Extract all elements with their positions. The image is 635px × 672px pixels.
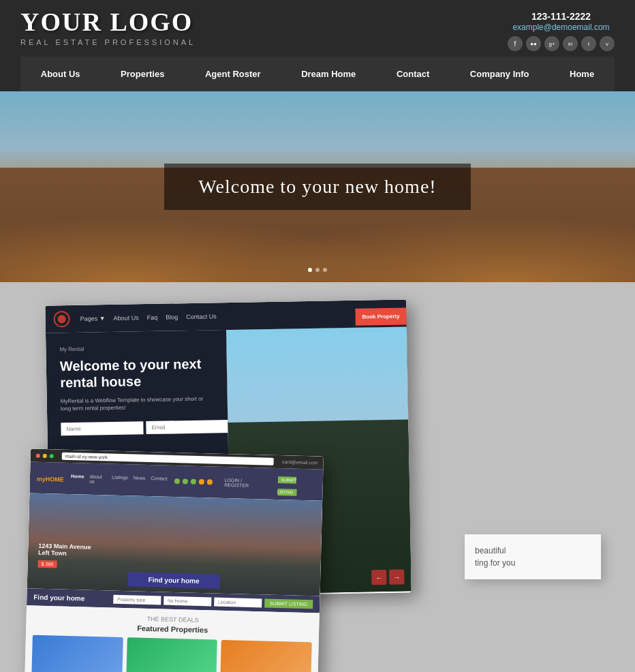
text-overlay-line1: beautiful (475, 545, 591, 557)
card1-nav-links: Pages ▼ About Us Faq Blog Contact Us (80, 313, 217, 322)
card2-no-home-input[interactable] (164, 596, 211, 607)
card1-nav-blog[interactable]: Blog (166, 314, 178, 320)
card2-city: Left Town (38, 549, 91, 558)
card2-submit-listing-top: SUBMIT LISTING (277, 472, 316, 497)
card1-arrows: ← → (371, 570, 404, 585)
nav-contact[interactable]: Contact (386, 57, 439, 91)
card2-nav-contact[interactable]: Contact (151, 476, 167, 486)
card2-body: THE BEST DEALS Featured Properties (25, 605, 320, 672)
card2-search-inputs: SUBMIT LISTING (113, 595, 313, 609)
close-button-dot[interactable] (36, 453, 40, 457)
card1-brand-logo (53, 311, 69, 327)
card1-nav-contact[interactable]: Contact Us (186, 313, 217, 320)
card2-nav-home[interactable]: Home (71, 474, 84, 484)
card2-hero-text: 1243 Main Avenue Left Town $ 289 (37, 543, 91, 570)
contact-area: 123-111-2222 example@demoemail.com f ●● … (508, 7, 615, 51)
card1-next-arrow[interactable]: → (389, 570, 404, 585)
card1-brand-tag: My Rental (59, 343, 213, 352)
card1-prev-arrow[interactable]: ← (371, 570, 386, 585)
phone-number: 123-111-2222 (531, 11, 591, 22)
card1-heading: Welcome to your next rental house (60, 355, 214, 391)
book-property-button[interactable]: Book Property (355, 307, 407, 325)
card1-signup-form: Join! (61, 421, 214, 436)
card1-logo-inner (58, 315, 66, 323)
card2-find-label: Find your home (33, 594, 84, 602)
card2-property-cards (31, 635, 311, 672)
main-nav: About Us Properties Agent Roster Dream H… (20, 57, 615, 91)
nav-properties[interactable]: Properties (110, 57, 174, 91)
minimize-button-dot[interactable] (43, 453, 47, 457)
card2-nav-news[interactable]: News (134, 475, 146, 485)
dot-1[interactable] (308, 268, 312, 272)
logo-area: YOUR LOGO REAL ESTATE PROFESSIONAL (20, 7, 196, 46)
card1-name-input[interactable] (61, 422, 143, 436)
hero-title: Welcome to your new home! (198, 176, 436, 198)
maximize-button-dot[interactable] (50, 454, 54, 458)
text-overlay-line2: ting for you (475, 557, 591, 569)
nav-agent-roster[interactable]: Agent Roster (195, 57, 271, 91)
logo-text: YOUR LOGO (20, 7, 196, 37)
dot-3[interactable] (323, 268, 327, 272)
twitter-icon[interactable]: t (581, 36, 596, 51)
dot-2[interactable] (315, 268, 320, 272)
card2-property-1[interactable] (31, 635, 123, 672)
card2-email-bar: card@email.com (282, 459, 318, 465)
nav-about-us[interactable]: About Us (31, 57, 91, 91)
nav-dream-home[interactable]: Dream Home (291, 57, 366, 91)
card2-property-2[interactable] (126, 637, 217, 672)
hero-section: Welcome to your new home! (0, 91, 635, 282)
email-address: example@demoemail.com (508, 22, 615, 32)
card1-nav-faq[interactable]: Faq (146, 314, 157, 321)
card1-email-input[interactable] (146, 420, 228, 434)
card2-hero: 1243 Main Avenue Left Town $ 289 Find yo… (27, 493, 323, 596)
card2-nav-listings[interactable]: Listings (112, 475, 128, 485)
header-top: YOUR LOGO REAL ESTATE PROFESSIONAL 123-1… (20, 7, 615, 57)
facebook-icon[interactable]: f (508, 36, 523, 51)
logo-tagline: REAL ESTATE PROFESSIONAL (20, 38, 196, 46)
linkedin-icon[interactable]: in (563, 36, 578, 51)
hero-dots (308, 268, 327, 272)
vimeo-icon[interactable]: v (600, 36, 615, 51)
dot-ctrl-2 (182, 478, 187, 484)
card2-property-3[interactable] (221, 640, 312, 672)
dot-ctrl-4 (198, 479, 204, 485)
text-overlay-card: beautiful ting for you (465, 534, 601, 579)
card2-submit-top-btn[interactable]: SUBMIT LISTING (277, 476, 297, 496)
card1-description: MyRental is a Webflow Template to showca… (61, 395, 214, 412)
card2-logo: myHOME (37, 472, 64, 485)
screenshot-container: Pages ▼ About Us Faq Blog Contact Us 800… (14, 296, 621, 672)
card2-nav-links: Home About us Listings News Contact (71, 474, 168, 486)
card2-price: $ 289 (37, 560, 57, 568)
main-content: Pages ▼ About Us Faq Blog Contact Us 800… (0, 282, 635, 672)
card1-nav-about[interactable]: About Us (113, 314, 138, 322)
nav-company-info[interactable]: Company Info (460, 57, 540, 91)
card2-property-type-input[interactable] (113, 595, 161, 605)
dot-ctrl-1 (174, 478, 179, 484)
hero-text-box: Welcome to your new home! (164, 164, 470, 210)
card2-nav-about[interactable]: About us (89, 474, 106, 485)
card2-logo-text: myHOME (37, 476, 64, 483)
dot-ctrl-5 (206, 479, 212, 485)
card2-hero-find: Find your home (127, 572, 219, 587)
card2-top-controls (174, 478, 212, 485)
google-plus-icon[interactable]: g+ (544, 36, 559, 51)
nav-home[interactable]: Home (559, 57, 604, 91)
dot-ctrl-3 (190, 479, 196, 485)
myhome-card: main-st.ny.new-york card@email.com myHOM… (24, 448, 324, 672)
card2-find-home-btn[interactable]: Find your home (127, 572, 220, 589)
card2-login-reg[interactable]: LOGIN / REGISTER (224, 478, 266, 489)
card1-nav-pages[interactable]: Pages ▼ (80, 315, 106, 322)
card2-location-input[interactable] (214, 598, 262, 608)
social-icons: f ●● g+ in t v (508, 36, 615, 51)
flickr-icon[interactable]: ●● (526, 36, 541, 51)
card2-submit-button[interactable]: SUBMIT LISTING (264, 598, 313, 609)
header: YOUR LOGO REAL ESTATE PROFESSIONAL 123-1… (0, 0, 635, 91)
